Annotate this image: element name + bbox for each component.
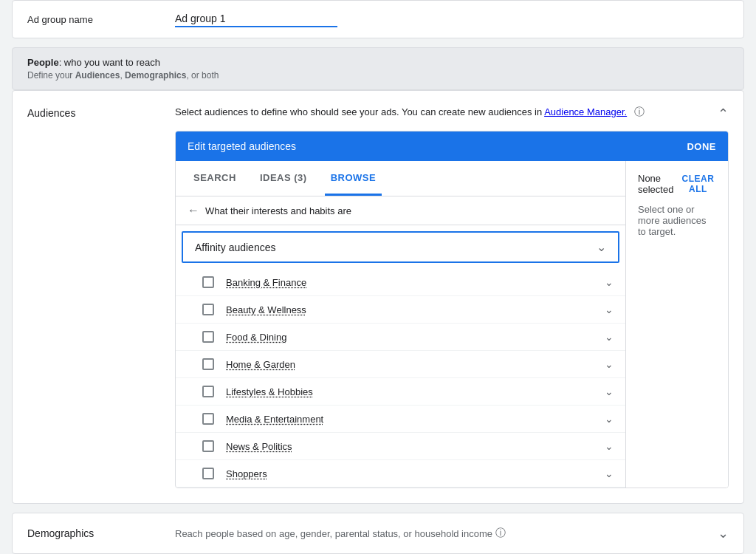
chevron-down-icon: ⌄	[605, 358, 614, 370]
edit-targeted-audiences-panel: Edit targeted audiences DONE SEARCH IDEA…	[175, 131, 729, 488]
demographics-help-icon: ⓘ	[495, 527, 506, 540]
edit-panel-body: SEARCH IDEAS (3) BROWSE ← What their int…	[176, 161, 728, 488]
help-icon: ⓘ	[634, 106, 645, 119]
edit-panel-header: Edit targeted audiences DONE	[176, 131, 728, 161]
category-name-lifestyles-hobbies: Lifestyles & Hobbies	[226, 386, 605, 397]
affinity-title: Affinity audiences	[195, 242, 275, 253]
list-item[interactable]: Banking & Finance ⌄	[176, 269, 625, 296]
list-item[interactable]: Home & Garden ⌄	[176, 351, 625, 378]
demographics-left: Demographics Reach people based on age, …	[27, 527, 506, 540]
chevron-up-icon: ⌄	[597, 240, 606, 254]
done-button[interactable]: DONE	[687, 141, 716, 152]
checkbox-news-politics[interactable]	[202, 440, 214, 452]
tab-search[interactable]: SEARCH	[188, 161, 242, 196]
demographics-label: Demographics	[27, 527, 160, 539]
checkbox-home-garden[interactable]	[202, 358, 214, 370]
chevron-down-icon: ⌄	[605, 331, 614, 343]
category-name-banking-finance: Banking & Finance	[226, 277, 605, 288]
category-name-home-garden: Home & Garden	[226, 359, 605, 370]
chevron-down-icon: ⌄	[605, 413, 614, 425]
category-name-shoppers: Shoppers	[226, 468, 605, 479]
ad-group-name-input[interactable]	[175, 11, 337, 27]
list-item[interactable]: News & Politics ⌄	[176, 433, 625, 460]
affinity-audiences-header[interactable]: Affinity audiences ⌄	[182, 231, 619, 263]
chevron-down-icon: ⌄	[605, 468, 614, 479]
demographics-expand-icon[interactable]: ⌄	[718, 525, 729, 541]
tabs-row: SEARCH IDEAS (3) BROWSE	[176, 161, 625, 196]
checkbox-banking-finance[interactable]	[202, 276, 214, 288]
checkbox-media-entertainment[interactable]	[202, 413, 214, 425]
select-prompt: Select one or more audiences to target.	[638, 204, 716, 237]
checkbox-food-dining[interactable]	[202, 331, 214, 343]
category-name-food-dining: Food & Dining	[226, 332, 605, 343]
demographics-description: Reach people based on age, gender, paren…	[175, 527, 506, 540]
category-name-beauty-wellness: Beauty & Wellness	[226, 304, 605, 315]
demographics-card: Demographics Reach people based on age, …	[12, 513, 744, 554]
back-arrow-icon: ←	[188, 204, 199, 217]
checkbox-lifestyles-hobbies[interactable]	[202, 386, 214, 397]
back-navigation[interactable]: ← What their interests and habits are	[176, 196, 625, 225]
chevron-down-icon: ⌄	[605, 440, 614, 452]
chevron-down-icon: ⌄	[605, 304, 614, 315]
checkbox-beauty-wellness[interactable]	[202, 304, 214, 315]
right-panel: None selected CLEAR ALL Select one or mo…	[626, 161, 728, 488]
ad-group-name-label: Ad group name	[27, 14, 175, 25]
checkbox-shoppers[interactable]	[202, 468, 214, 479]
none-selected-row: None selected CLEAR ALL	[638, 173, 716, 195]
audience-manager-link[interactable]: Audience Manager.	[544, 106, 627, 117]
list-item[interactable]: Shoppers ⌄	[176, 460, 625, 488]
chevron-down-icon: ⌄	[605, 276, 614, 288]
chevron-down-icon: ⌄	[605, 386, 614, 397]
tab-ideas[interactable]: IDEAS (3)	[254, 161, 313, 196]
people-subtitle: Define your Audiences, Demographics, or …	[27, 70, 729, 81]
list-item[interactable]: Food & Dining ⌄	[176, 324, 625, 351]
none-selected-text: None selected	[638, 173, 680, 195]
left-panel: SEARCH IDEAS (3) BROWSE ← What their int…	[176, 161, 626, 488]
list-item[interactable]: Media & Entertainment ⌄	[176, 406, 625, 433]
back-nav-text: What their interests and habits are	[205, 205, 351, 216]
audiences-description: Select audiences to define who should se…	[175, 106, 544, 117]
list-item[interactable]: Beauty & Wellness ⌄	[176, 296, 625, 324]
collapse-icon[interactable]: ⌃	[718, 106, 729, 122]
tab-browse[interactable]: BROWSE	[325, 161, 382, 196]
list-item[interactable]: Lifestyles & Hobbies ⌄	[176, 378, 625, 406]
category-list: Banking & Finance ⌄ Beauty & Wellness ⌄	[176, 269, 625, 488]
clear-all-button[interactable]: CLEAR ALL	[680, 174, 716, 194]
people-title: People: who you want to reach	[27, 57, 729, 68]
edit-panel-title: Edit targeted audiences	[188, 140, 296, 152]
category-name-news-politics: News & Politics	[226, 441, 605, 452]
category-name-media-entertainment: Media & Entertainment	[226, 414, 605, 425]
audiences-label: Audiences	[27, 106, 175, 119]
